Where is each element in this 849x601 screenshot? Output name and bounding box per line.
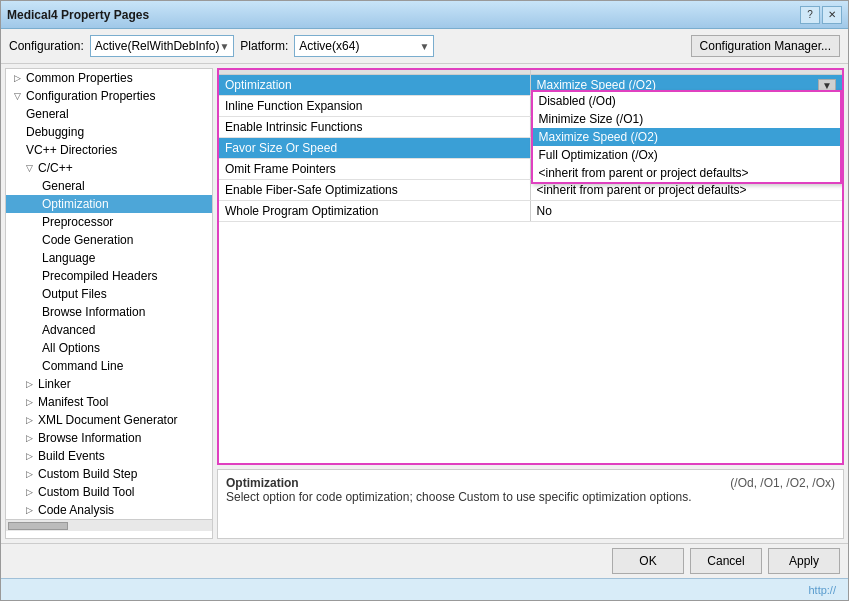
dropdown-option[interactable]: Maximize Speed (/O2) — [533, 128, 841, 146]
tree-label-language: Language — [42, 251, 95, 265]
prop-name-favor-size-or-speed: Favor Size Or Speed — [219, 138, 531, 158]
tree-item-precompiled-headers[interactable]: Precompiled Headers — [6, 267, 212, 285]
tree-item-cpp-general[interactable]: General — [6, 177, 212, 195]
title-bar: Medical4 Property Pages ? ✕ — [1, 1, 848, 29]
tree-label-custom-build-tool: Custom Build Tool — [38, 485, 135, 499]
tree-label-command-line: Command Line — [42, 359, 123, 373]
prop-name-enable-fiber-safe-optimizations: Enable Fiber-Safe Optimizations — [219, 180, 531, 200]
description-text: Select option for code optimization; cho… — [226, 490, 692, 504]
description-title: Optimization — [226, 476, 299, 490]
description-codes: (/Od, /O1, /O2, /Ox) — [730, 476, 835, 490]
tree-label-cpp: C/C++ — [38, 161, 73, 175]
tree-label-vc-directories: VC++ Directories — [26, 143, 117, 157]
platform-dropdown[interactable]: Active(x64) ▼ — [294, 35, 434, 57]
dropdown-option[interactable]: Minimize Size (/O1) — [533, 110, 841, 128]
main-window: Medical4 Property Pages ? ✕ Configuratio… — [0, 0, 849, 601]
tree-arrow-manifest-tool: ▷ — [26, 397, 36, 407]
dropdown-option[interactable]: Full Optimization (/Ox) — [533, 146, 841, 164]
property-grid: OptimizationMaximize Speed (/O2)▼Inline … — [217, 68, 844, 465]
tree-item-code-generation[interactable]: Code Generation — [6, 231, 212, 249]
tree-arrow-configuration-properties: ▽ — [14, 91, 24, 101]
tree-item-debugging[interactable]: Debugging — [6, 123, 212, 141]
tree-item-browse-information[interactable]: Browse Information — [6, 303, 212, 321]
configuration-manager-button[interactable]: Configuration Manager... — [691, 35, 840, 57]
config-label: Configuration: — [9, 39, 84, 53]
ok-button[interactable]: OK — [612, 548, 684, 574]
right-panel: OptimizationMaximize Speed (/O2)▼Inline … — [217, 68, 844, 539]
tree-label-debugging: Debugging — [26, 125, 84, 139]
config-value: Active(RelWithDebInfo) — [95, 39, 220, 53]
tree-label-precompiled-headers: Precompiled Headers — [42, 269, 157, 283]
config-dropdown-arrow: ▼ — [219, 41, 229, 52]
tree-item-language[interactable]: Language — [6, 249, 212, 267]
tree-label-code-analysis: Code Analysis — [38, 503, 114, 517]
tree-arrow-code-analysis: ▷ — [26, 505, 36, 515]
tree-arrow-browse-information2: ▷ — [26, 433, 36, 443]
status-text: http:// — [808, 584, 836, 596]
cancel-button[interactable]: Cancel — [690, 548, 762, 574]
horizontal-scrollbar[interactable] — [6, 519, 212, 531]
tree-arrow-build-events: ▷ — [26, 451, 36, 461]
close-button[interactable]: ✕ — [822, 6, 842, 24]
tree-item-custom-build-step[interactable]: ▷Custom Build Step — [6, 465, 212, 483]
tree-item-general[interactable]: General — [6, 105, 212, 123]
prop-value-text-whole-program-optimization: No — [537, 204, 552, 218]
tree-item-build-events[interactable]: ▷Build Events — [6, 447, 212, 465]
tree-label-preprocessor: Preprocessor — [42, 215, 113, 229]
dropdown-option[interactable]: <inherit from parent or project defaults… — [533, 164, 841, 182]
window-title: Medical4 Property Pages — [7, 8, 149, 22]
tree-item-output-files[interactable]: Output Files — [6, 285, 212, 303]
tree-arrow-common-properties: ▷ — [14, 73, 24, 83]
config-bar: Configuration: Active(RelWithDebInfo) ▼ … — [1, 29, 848, 64]
tree-item-advanced[interactable]: Advanced — [6, 321, 212, 339]
tree-label-advanced: Advanced — [42, 323, 95, 337]
apply-button[interactable]: Apply — [768, 548, 840, 574]
help-button[interactable]: ? — [800, 6, 820, 24]
tree-item-code-analysis[interactable]: ▷Code Analysis — [6, 501, 212, 519]
tree-label-code-generation: Code Generation — [42, 233, 133, 247]
tree-item-browse-information2[interactable]: ▷Browse Information — [6, 429, 212, 447]
tree-label-all-options: All Options — [42, 341, 100, 355]
tree-item-manifest-tool[interactable]: ▷Manifest Tool — [6, 393, 212, 411]
title-bar-buttons: ? ✕ — [800, 6, 842, 24]
prop-name-optimization: Optimization — [219, 75, 531, 95]
description-panel: (/Od, /O1, /O2, /Ox) Optimization Select… — [217, 469, 844, 539]
tree-item-preprocessor[interactable]: Preprocessor — [6, 213, 212, 231]
property-row-whole-program-optimization[interactable]: Whole Program OptimizationNo — [219, 201, 842, 222]
tree-panel: ▷Common Properties▽Configuration Propert… — [5, 68, 213, 539]
prop-name-whole-program-optimization: Whole Program Optimization — [219, 201, 531, 221]
tree-label-linker: Linker — [38, 377, 71, 391]
dropdown-option[interactable]: Disabled (/Od) — [533, 92, 841, 110]
tree-arrow-custom-build-tool: ▷ — [26, 487, 36, 497]
prop-name-inline-function-expansion: Inline Function Expansion — [219, 96, 531, 116]
tree-item-command-line[interactable]: Command Line — [6, 357, 212, 375]
tree-arrow-linker: ▷ — [26, 379, 36, 389]
tree-arrow-cpp: ▽ — [26, 163, 36, 173]
tree-label-browse-information: Browse Information — [42, 305, 145, 319]
tree-item-linker[interactable]: ▷Linker — [6, 375, 212, 393]
prop-name-enable-intrinsic-functions: Enable Intrinsic Functions — [219, 117, 531, 137]
tree-label-optimization: Optimization — [42, 197, 109, 211]
tree-item-optimization[interactable]: Optimization — [6, 195, 212, 213]
tree-label-browse-information2: Browse Information — [38, 431, 141, 445]
platform-value: Active(x64) — [299, 39, 359, 53]
prop-value-whole-program-optimization: No — [531, 201, 843, 221]
tree-label-xml-document-generator: XML Document Generator — [38, 413, 178, 427]
optimization-dropdown: Disabled (/Od)Minimize Size (/O1)Maximiz… — [531, 90, 843, 184]
tree-item-vc-directories[interactable]: VC++ Directories — [6, 141, 212, 159]
tree-item-all-options[interactable]: All Options — [6, 339, 212, 357]
status-bar: http:// — [1, 578, 848, 600]
tree-arrow-xml-document-generator: ▷ — [26, 415, 36, 425]
tree-label-common-properties: Common Properties — [26, 71, 133, 85]
scroll-thumb[interactable] — [8, 522, 68, 530]
platform-dropdown-arrow: ▼ — [419, 41, 429, 52]
prop-name-omit-frame-pointers: Omit Frame Pointers — [219, 159, 531, 179]
bottom-bar: OK Cancel Apply — [1, 543, 848, 578]
tree-item-xml-document-generator[interactable]: ▷XML Document Generator — [6, 411, 212, 429]
tree-item-configuration-properties[interactable]: ▽Configuration Properties — [6, 87, 212, 105]
tree-item-custom-build-tool[interactable]: ▷Custom Build Tool — [6, 483, 212, 501]
config-dropdown[interactable]: Active(RelWithDebInfo) ▼ — [90, 35, 235, 57]
tree-item-cpp[interactable]: ▽C/C++ — [6, 159, 212, 177]
tree-label-build-events: Build Events — [38, 449, 105, 463]
tree-item-common-properties[interactable]: ▷Common Properties — [6, 69, 212, 87]
